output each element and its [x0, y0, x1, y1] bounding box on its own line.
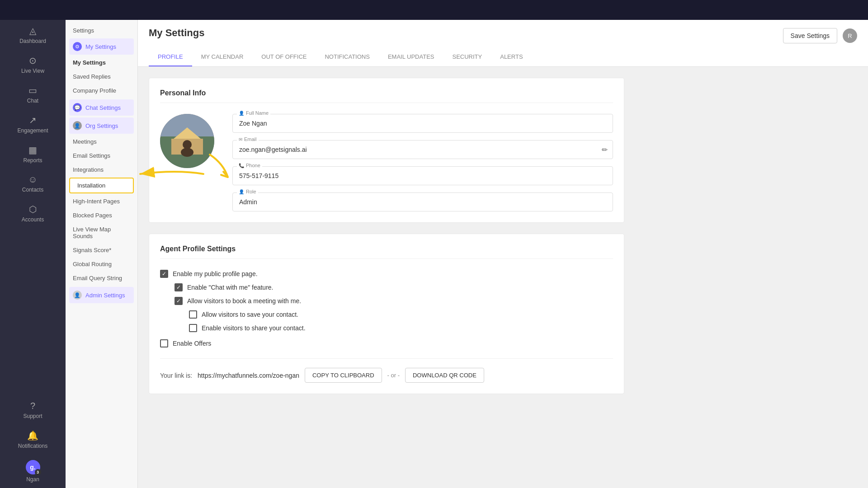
nav-label-chat: Chat: [27, 98, 38, 104]
field-role: 👤 Role: [232, 192, 613, 211]
checkbox-save-contact-label: Allow visitors to save your contact.: [202, 311, 298, 318]
checkbox-book-meeting: Allow visitors to book a meeting with me…: [175, 297, 613, 305]
copy-clipboard-button[interactable]: COPY TO CLIPBOARD: [305, 368, 382, 383]
sidebar-label-blocked-pages: Blocked Pages: [73, 212, 112, 219]
personal-info-title: Personal Info: [160, 89, 613, 103]
sidebar-item-my-settings-header[interactable]: ⚙ My Settings: [69, 38, 134, 55]
left-nav: ◬ Dashboard ⊙ Live View ▭ Chat ↗ Engagem…: [0, 0, 66, 488]
sidebar-label-my-settings: My Settings: [73, 59, 106, 66]
save-settings-button[interactable]: Save Settings: [783, 28, 837, 43]
phone-label: 📞 Phone: [237, 163, 262, 168]
sidebar-item-email-settings[interactable]: Email Settings: [66, 149, 137, 163]
sidebar-item-chat-settings-header[interactable]: 💬 Chat Settings: [69, 99, 134, 116]
sidebar-label-global-routing: Global Routing: [73, 261, 112, 267]
form-fields: 👤 Full Name ✉ Email ✏: [232, 114, 613, 211]
sidebar-item-admin-settings-header[interactable]: 👤 Admin Settings: [69, 287, 134, 303]
support-icon: ?: [30, 401, 35, 411]
checkbox-book-meeting-label: Allow visitors to book a meeting with me…: [187, 297, 301, 305]
role-input[interactable]: [232, 192, 613, 211]
email-label: ✉ Email: [237, 136, 259, 142]
sidebar-item-meetings[interactable]: Meetings: [66, 135, 137, 149]
checkbox-enable-offers: Enable Offers: [160, 339, 613, 347]
nav-label-notifications: Notifications: [18, 443, 47, 449]
chat-icon: ▭: [28, 85, 37, 96]
nav-label-contacts: Contacts: [22, 187, 43, 193]
user-badge: 3: [35, 469, 41, 475]
nav-label-accounts: Accounts: [22, 216, 44, 223]
field-email: ✉ Email ✏: [232, 140, 613, 159]
sidebar-item-blocked-pages[interactable]: Blocked Pages: [66, 208, 137, 222]
sidebar-item-org-settings-header[interactable]: 👤 Org Settings: [69, 117, 134, 134]
sidebar-item-signals-score[interactable]: Signals Score*: [66, 243, 137, 257]
phone-input[interactable]: [232, 166, 613, 185]
sidebar-item-integrations[interactable]: Integrations: [66, 163, 137, 177]
tab-notifications[interactable]: NOTIFICATIONS: [316, 48, 378, 66]
field-full-name: 👤 Full Name: [232, 114, 613, 133]
sidebar-label-meetings: Meetings: [73, 138, 97, 145]
tab-email-updates[interactable]: EMAIL UPDATES: [379, 48, 443, 66]
tab-security[interactable]: SECURITY: [443, 48, 491, 66]
nav-label-support: Support: [23, 413, 42, 419]
role-label: 👤 Role: [237, 189, 258, 194]
email-input[interactable]: [232, 140, 613, 159]
agent-profile-card: Agent Profile Settings Enable my public …: [149, 234, 624, 394]
tab-out-of-office[interactable]: OUT OF OFFICE: [252, 48, 316, 66]
header-avatar: R: [843, 28, 857, 43]
full-name-label: 👤 Full Name: [237, 110, 270, 116]
checkbox-save-contact: Allow visitors to save your contact.: [189, 310, 613, 319]
sidebar-item-high-intent[interactable]: High-Intent Pages: [66, 194, 137, 208]
person-icon: 👤: [239, 111, 244, 116]
avatar: g. 3: [26, 460, 40, 474]
download-qr-code-button[interactable]: DOWNLOAD QR CODE: [405, 368, 484, 383]
page-title: My Settings: [149, 27, 204, 44]
sidebar-label-live-view-map: Live View Map Sounds: [73, 226, 130, 239]
nav-item-dashboard[interactable]: ◬ Dashboard: [0, 20, 66, 50]
nav-label-live-view: Live View: [21, 68, 44, 74]
sidebar-item-saved-replies[interactable]: Saved Replies: [66, 70, 137, 84]
sidebar-item-email-query[interactable]: Email Query String: [66, 271, 137, 285]
nav-item-chat[interactable]: ▭ Chat: [0, 80, 66, 109]
nav-item-accounts[interactable]: ⬡ Accounts: [0, 198, 66, 228]
checkbox-public-profile-label: Enable my public profile page.: [173, 270, 258, 277]
admin-settings-icon: 👤: [73, 291, 82, 300]
personal-info-card: Personal Info: [149, 78, 624, 223]
phone-icon: 📞: [239, 163, 244, 168]
nav-label-dashboard: Dashboard: [19, 38, 46, 44]
checkbox-enable-offers-input[interactable]: [160, 339, 168, 347]
sidebar-item-my-settings[interactable]: My Settings: [66, 56, 137, 70]
checkbox-chat-with-me-input[interactable]: [175, 283, 183, 291]
notifications-icon: 🔔: [27, 430, 38, 441]
nav-item-support[interactable]: ? Support: [0, 395, 66, 425]
tab-alerts[interactable]: ALERTS: [491, 48, 532, 66]
sidebar-label-installation: Installation: [77, 182, 105, 189]
sidebar-label-high-intent: High-Intent Pages: [73, 198, 120, 205]
personal-info-layout: 👤 Full Name ✉ Email ✏: [160, 114, 613, 211]
nav-item-contacts[interactable]: ☺ Contacts: [0, 169, 66, 198]
nav-item-reports[interactable]: ▦ Reports: [0, 139, 66, 169]
checkbox-public-profile-input[interactable]: [160, 270, 168, 278]
tab-my-calendar[interactable]: MY CALENDAR: [192, 48, 253, 66]
nav-user[interactable]: g. 3 Ngan: [0, 455, 66, 488]
sidebar-item-global-routing[interactable]: Global Routing: [66, 257, 137, 271]
sidebar-item-company-profile[interactable]: Company Profile: [66, 84, 137, 98]
checkbox-public-profile: Enable my public profile page.: [160, 270, 613, 278]
nav-item-live-view[interactable]: ⊙ Live View: [0, 50, 66, 80]
contacts-icon: ☺: [28, 174, 37, 185]
checkbox-save-contact-input[interactable]: [189, 310, 197, 319]
checkbox-enable-offers-label: Enable Offers: [173, 340, 211, 347]
email-icon: ✉: [239, 137, 242, 142]
full-name-input[interactable]: [232, 114, 613, 133]
checkbox-book-meeting-input[interactable]: [175, 297, 183, 305]
sidebar-item-installation[interactable]: Installation: [69, 178, 134, 193]
edit-email-icon[interactable]: ✏: [602, 145, 608, 154]
main-header: My Settings Save Settings R PROFILE MY C…: [138, 20, 868, 67]
header-right: Save Settings R: [783, 28, 857, 43]
nav-item-engagement[interactable]: ↗ Engagement: [0, 109, 66, 139]
checkbox-chat-with-me: Enable "Chat with me" feature.: [175, 283, 613, 291]
checkbox-share-contact-input[interactable]: [189, 324, 197, 332]
link-label: Your link is:: [160, 372, 192, 379]
sidebar-item-live-view-map[interactable]: Live View Map Sounds: [66, 222, 137, 243]
tab-profile[interactable]: PROFILE: [149, 48, 192, 66]
nav-item-notifications[interactable]: 🔔 Notifications: [0, 425, 66, 455]
settings-title: Settings: [66, 20, 137, 38]
